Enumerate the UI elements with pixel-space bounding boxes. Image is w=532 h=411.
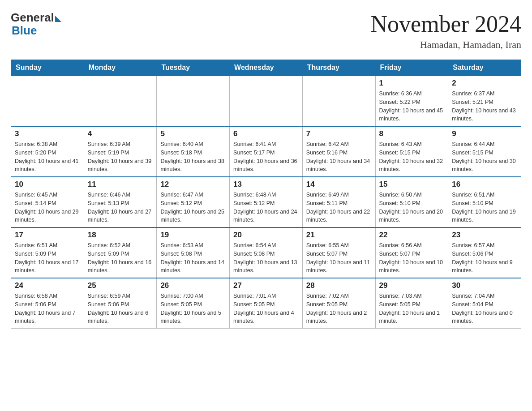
calendar-cell: 19Sunrise: 6:53 AMSunset: 5:08 PMDayligh… — [157, 227, 230, 278]
day-number: 14 — [306, 180, 372, 189]
logo-arrow-icon — [55, 16, 61, 22]
weekday-header-wednesday: Wednesday — [230, 60, 303, 76]
day-info: Sunrise: 7:04 AMSunset: 5:04 PMDaylight:… — [452, 292, 517, 325]
calendar-cell: 23Sunrise: 6:57 AMSunset: 5:06 PMDayligh… — [448, 227, 521, 278]
day-info: Sunrise: 6:52 AMSunset: 5:09 PMDaylight:… — [88, 241, 153, 275]
day-number: 11 — [88, 180, 153, 189]
day-number: 4 — [88, 129, 153, 138]
calendar-cell: 26Sunrise: 7:00 AMSunset: 5:05 PMDayligh… — [157, 278, 230, 329]
day-info: Sunrise: 6:59 AMSunset: 5:06 PMDaylight:… — [88, 292, 153, 325]
weekday-header-thursday: Thursday — [302, 60, 375, 76]
day-info: Sunrise: 6:58 AMSunset: 5:06 PMDaylight:… — [15, 292, 80, 325]
day-number: 21 — [306, 231, 372, 240]
day-info: Sunrise: 6:42 AMSunset: 5:16 PMDaylight:… — [306, 140, 372, 174]
day-number: 20 — [233, 231, 299, 240]
day-info: Sunrise: 6:41 AMSunset: 5:17 PMDaylight:… — [233, 140, 299, 174]
calendar-cell: 7Sunrise: 6:42 AMSunset: 5:16 PMDaylight… — [302, 126, 375, 177]
day-info: Sunrise: 6:39 AMSunset: 5:19 PMDaylight:… — [88, 140, 153, 174]
day-number: 25 — [88, 281, 153, 290]
calendar-cell: 14Sunrise: 6:49 AMSunset: 5:11 PMDayligh… — [302, 177, 375, 227]
day-number: 13 — [233, 180, 299, 189]
calendar-cell: 8Sunrise: 6:43 AMSunset: 5:15 PMDaylight… — [375, 126, 448, 177]
calendar-cell: 9Sunrise: 6:44 AMSunset: 5:15 PMDaylight… — [448, 126, 521, 177]
day-number: 17 — [15, 231, 80, 240]
day-number: 15 — [379, 180, 445, 189]
day-info: Sunrise: 7:01 AMSunset: 5:05 PMDaylight:… — [233, 292, 299, 325]
day-number: 18 — [88, 231, 153, 240]
day-number: 3 — [15, 129, 80, 138]
week-row-4: 17Sunrise: 6:51 AMSunset: 5:09 PMDayligh… — [11, 227, 521, 278]
day-info: Sunrise: 6:50 AMSunset: 5:10 PMDaylight:… — [379, 191, 445, 224]
weekday-header-sunday: Sunday — [11, 60, 84, 76]
calendar-cell: 30Sunrise: 7:04 AMSunset: 5:04 PMDayligh… — [448, 278, 521, 329]
day-number: 8 — [379, 129, 445, 138]
calendar-cell: 13Sunrise: 6:48 AMSunset: 5:12 PMDayligh… — [230, 177, 303, 227]
day-info: Sunrise: 6:48 AMSunset: 5:12 PMDaylight:… — [233, 191, 299, 224]
calendar-cell: 27Sunrise: 7:01 AMSunset: 5:05 PMDayligh… — [230, 278, 303, 329]
day-number: 19 — [160, 231, 226, 240]
day-number: 23 — [452, 231, 517, 240]
calendar-cell: 29Sunrise: 7:03 AMSunset: 5:05 PMDayligh… — [375, 278, 448, 329]
logo-blue-text: Blue — [12, 25, 37, 36]
calendar-cell: 4Sunrise: 6:39 AMSunset: 5:19 PMDaylight… — [84, 126, 157, 177]
calendar-cell — [84, 76, 157, 126]
calendar-cell: 6Sunrise: 6:41 AMSunset: 5:17 PMDaylight… — [230, 126, 303, 177]
calendar-cell: 3Sunrise: 6:38 AMSunset: 5:20 PMDaylight… — [11, 126, 84, 177]
calendar-cell: 20Sunrise: 6:54 AMSunset: 5:08 PMDayligh… — [230, 227, 303, 278]
day-number: 29 — [379, 281, 445, 290]
weekday-header-saturday: Saturday — [448, 60, 521, 76]
calendar-table: SundayMondayTuesdayWednesdayThursdayFrid… — [11, 60, 521, 329]
day-info: Sunrise: 6:54 AMSunset: 5:08 PMDaylight:… — [233, 241, 299, 275]
day-info: Sunrise: 7:00 AMSunset: 5:05 PMDaylight:… — [160, 292, 226, 325]
day-info: Sunrise: 6:56 AMSunset: 5:07 PMDaylight:… — [379, 241, 445, 275]
day-info: Sunrise: 6:53 AMSunset: 5:08 PMDaylight:… — [160, 241, 226, 275]
day-number: 5 — [160, 129, 226, 138]
day-info: Sunrise: 6:57 AMSunset: 5:06 PMDaylight:… — [452, 241, 517, 275]
day-info: Sunrise: 7:02 AMSunset: 5:05 PMDaylight:… — [306, 292, 372, 325]
calendar-cell: 11Sunrise: 6:46 AMSunset: 5:13 PMDayligh… — [84, 177, 157, 227]
calendar-cell: 10Sunrise: 6:45 AMSunset: 5:14 PMDayligh… — [11, 177, 84, 227]
day-info: Sunrise: 6:51 AMSunset: 5:09 PMDaylight:… — [15, 241, 80, 275]
day-number: 1 — [379, 79, 445, 88]
calendar-cell: 1Sunrise: 6:36 AMSunset: 5:22 PMDaylight… — [375, 76, 448, 126]
day-number: 22 — [379, 231, 445, 240]
weekday-header-friday: Friday — [375, 60, 448, 76]
day-number: 7 — [306, 129, 372, 138]
day-number: 16 — [452, 180, 517, 189]
location-text: Hamadan, Hamadan, Iran — [371, 39, 521, 51]
day-info: Sunrise: 6:49 AMSunset: 5:11 PMDaylight:… — [306, 191, 372, 224]
calendar-cell: 2Sunrise: 6:37 AMSunset: 5:21 PMDaylight… — [448, 76, 521, 126]
calendar-cell: 12Sunrise: 6:47 AMSunset: 5:12 PMDayligh… — [157, 177, 230, 227]
day-number: 9 — [452, 129, 517, 138]
day-number: 26 — [160, 281, 226, 290]
day-number: 28 — [306, 281, 372, 290]
calendar-cell — [302, 76, 375, 126]
calendar-cell: 15Sunrise: 6:50 AMSunset: 5:10 PMDayligh… — [375, 177, 448, 227]
weekday-header-monday: Monday — [84, 60, 157, 76]
weekday-header-row: SundayMondayTuesdayWednesdayThursdayFrid… — [11, 60, 521, 76]
weekday-header-tuesday: Tuesday — [157, 60, 230, 76]
day-number: 6 — [233, 129, 299, 138]
day-info: Sunrise: 6:55 AMSunset: 5:07 PMDaylight:… — [306, 241, 372, 275]
title-block: November 2024 Hamadan, Hamadan, Iran — [371, 11, 521, 51]
calendar-cell: 25Sunrise: 6:59 AMSunset: 5:06 PMDayligh… — [84, 278, 157, 329]
calendar-cell: 18Sunrise: 6:52 AMSunset: 5:09 PMDayligh… — [84, 227, 157, 278]
week-row-3: 10Sunrise: 6:45 AMSunset: 5:14 PMDayligh… — [11, 177, 521, 227]
calendar-cell: 5Sunrise: 6:40 AMSunset: 5:18 PMDaylight… — [157, 126, 230, 177]
day-info: Sunrise: 6:44 AMSunset: 5:15 PMDaylight:… — [452, 140, 517, 174]
calendar-cell: 21Sunrise: 6:55 AMSunset: 5:07 PMDayligh… — [302, 227, 375, 278]
week-row-1: 1Sunrise: 6:36 AMSunset: 5:22 PMDaylight… — [11, 76, 521, 126]
day-number: 27 — [233, 281, 299, 290]
day-info: Sunrise: 6:47 AMSunset: 5:12 PMDaylight:… — [160, 191, 226, 224]
day-number: 2 — [452, 79, 517, 88]
day-number: 10 — [15, 180, 80, 189]
calendar-cell: 17Sunrise: 6:51 AMSunset: 5:09 PMDayligh… — [11, 227, 84, 278]
day-info: Sunrise: 6:45 AMSunset: 5:14 PMDaylight:… — [15, 191, 80, 224]
logo-general-text: General — [11, 11, 54, 25]
calendar-cell: 24Sunrise: 6:58 AMSunset: 5:06 PMDayligh… — [11, 278, 84, 329]
day-number: 12 — [160, 180, 226, 189]
day-info: Sunrise: 7:03 AMSunset: 5:05 PMDaylight:… — [379, 292, 445, 325]
day-number: 30 — [452, 281, 517, 290]
calendar-cell: 22Sunrise: 6:56 AMSunset: 5:07 PMDayligh… — [375, 227, 448, 278]
page-header: General Blue November 2024 Hamadan, Hama… — [11, 11, 521, 51]
